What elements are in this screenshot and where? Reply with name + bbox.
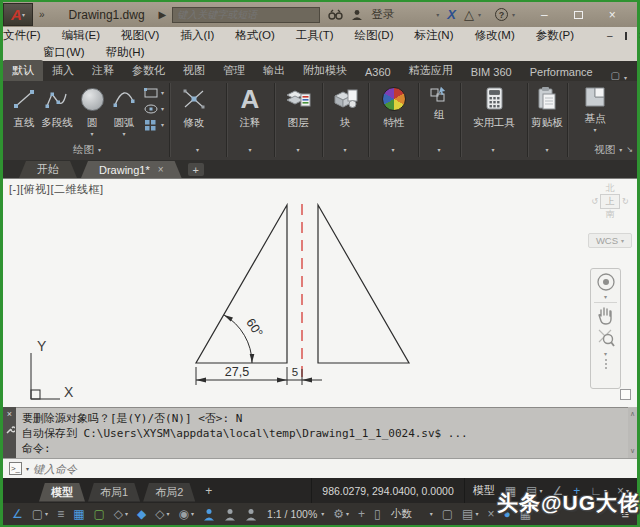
command-prompt-icon[interactable]: >_ [9, 462, 22, 475]
ribbon-tab-output[interactable]: 输出 [254, 60, 294, 81]
ribbon-tab-a360[interactable]: A360 [356, 63, 400, 81]
zoom-icon[interactable] [596, 327, 616, 349]
menu-insert[interactable]: 插入(I) [180, 28, 214, 43]
zoom-caret-icon[interactable]: ▾ [604, 351, 607, 357]
doc-restore-button[interactable] [625, 32, 627, 40]
file-tab-close-icon[interactable]: × [158, 164, 164, 175]
navigation-bar[interactable]: ▾ ▾ [590, 268, 621, 389]
menu-window[interactable]: 窗口(W) [43, 45, 85, 60]
wcs-dropdown[interactable]: WCS ▾ [588, 233, 632, 248]
ribbon-tab-bim360[interactable]: BIM 360 [462, 63, 521, 81]
rotate-cw-icon[interactable]: ↻ [622, 197, 629, 207]
ribbon-tab-featured-apps[interactable]: 精选应用 [400, 60, 462, 81]
ribbon-tab-home[interactable]: 默认 [3, 60, 43, 81]
circle-caret-icon[interactable]: ▾ [77, 131, 107, 137]
tool-clipboard[interactable]: 剪贴板 [529, 84, 565, 130]
file-tab-start[interactable]: 开始 [19, 161, 77, 178]
ellipse-caret-icon[interactable]: ▾ [161, 106, 164, 112]
drawing-canvas[interactable]: 27,5 5 60° Y X [3, 178, 637, 407]
app-store-icon[interactable]: △ [464, 7, 474, 22]
ribbon-tab-parametric[interactable]: 参数化 [123, 60, 174, 81]
grid-snap-toggle[interactable]: ▦ [73, 507, 84, 521]
command-input[interactable] [33, 463, 637, 475]
left-triangle[interactable] [196, 205, 287, 363]
window-maximize-button[interactable] [574, 11, 583, 19]
panel-view-caption[interactable]: 视图 ▾ ↘ [568, 142, 637, 157]
hatch-caret-icon[interactable]: ▾ [161, 122, 164, 128]
app-store-caret-icon[interactable]: ▾ [478, 12, 481, 18]
command-prompt-caret-icon[interactable]: ▾ [26, 466, 29, 472]
ribbon-tab-manage[interactable]: 管理 [214, 60, 254, 81]
menu-format[interactable]: 格式(O) [235, 28, 275, 43]
ribbon-tab-performance[interactable]: Performance [521, 63, 602, 81]
tool-utilities[interactable]: 实用工具 [464, 84, 524, 130]
tool-line[interactable]: 直线 [9, 84, 39, 130]
command-close-icon[interactable]: × [7, 410, 12, 419]
right-triangle[interactable] [318, 205, 409, 363]
navigation-wheel-icon[interactable] [596, 272, 616, 292]
panel-modify-caption[interactable]: ▾ [170, 142, 225, 157]
3d-object-snap-toggle[interactable]: ◇▾ [155, 507, 169, 521]
new-layout-button[interactable]: + [205, 484, 212, 498]
panel-layers-caption[interactable]: ▾ [275, 142, 321, 157]
help-search-box[interactable] [172, 7, 320, 23]
tool-circle[interactable]: 圆 ▾ [77, 84, 107, 137]
tool-hatch[interactable]: ▾ [143, 118, 164, 132]
isometric-drafting-toggle[interactable]: ◇▾ [114, 507, 128, 521]
app-menu-button[interactable]: A ▾ [3, 3, 33, 26]
exchange-apps-icon[interactable]: X [447, 7, 456, 22]
isolate-objects-toggle[interactable]: × [487, 507, 494, 521]
tool-properties[interactable]: 特性 [372, 84, 416, 130]
ribbon-display-toggle-button[interactable]: ▢ [611, 71, 620, 81]
coordinates-readout[interactable]: 986.0279, 294.0400, 0.0000 [311, 478, 464, 503]
pan-hand-icon[interactable] [597, 305, 615, 325]
arc-caret-icon[interactable]: ▾ [109, 131, 139, 137]
annotation-scale-dropdown[interactable]: 1:1 / 100%▾ [267, 508, 324, 520]
linear-dimension-lines[interactable] [196, 367, 322, 385]
window-close-button[interactable]: × [609, 8, 616, 22]
menu-help[interactable]: 帮助(H) [106, 45, 145, 60]
annotation-visibility-toggle[interactable] [203, 508, 215, 521]
doc-minimize-button[interactable]: – [607, 30, 613, 41]
layout-tab-layout2[interactable]: 布局2 [143, 483, 195, 502]
help-caret-icon[interactable]: ▾ [512, 12, 515, 18]
file-tab-drawing1[interactable]: Drawing1* × [81, 161, 182, 178]
quick-properties-toggle[interactable]: ▢ [442, 507, 453, 521]
annotation-autoscale-toggle[interactable] [224, 508, 236, 521]
menu-view[interactable]: 视图(V) [121, 28, 159, 43]
tool-annotate[interactable]: A 注释 [229, 84, 271, 130]
viewcube-north-label[interactable]: 北 [588, 183, 632, 194]
panel-launcher-icon[interactable]: ↘ [626, 145, 633, 154]
rectangle-caret-icon[interactable]: ▾ [161, 90, 164, 96]
scroll-down-icon[interactable]: ∨ [630, 447, 635, 455]
basepoint-caret-icon[interactable]: ▾ [573, 127, 617, 133]
model-space-toggle[interactable]: 模型 [473, 483, 495, 498]
wheel-caret-icon[interactable]: ▾ [604, 294, 607, 300]
tool-arc[interactable]: 圆弧 ▾ [109, 84, 139, 137]
dynamic-ucs-toggle[interactable]: ▢ [93, 507, 104, 521]
menu-modify[interactable]: 修改(M) [474, 28, 514, 43]
quick-access-overflow-button[interactable]: » [33, 9, 51, 20]
viewcube-south-label[interactable]: 南 [588, 209, 632, 220]
menu-edit[interactable]: 编辑(E) [62, 28, 100, 43]
tool-ellipse[interactable]: ▾ [143, 102, 164, 116]
search-binoculars-icon[interactable] [328, 9, 343, 20]
tool-block[interactable]: 块 [325, 84, 365, 130]
transparency-toggle[interactable]: ◉▾ [179, 507, 195, 521]
tool-polyline[interactable]: 多段线 [39, 84, 75, 130]
tool-rectangle[interactable]: ▾ [143, 86, 164, 100]
layout-tab-layout1[interactable]: 布局1 [88, 483, 140, 502]
ribbon-tab-addins[interactable]: 附加模块 [294, 60, 356, 81]
scroll-up-icon[interactable]: ∧ [630, 410, 635, 418]
navbar-more-icon[interactable] [605, 359, 607, 369]
lock-ui-toggle[interactable]: ▤▾ [462, 507, 478, 521]
command-wrench-icon[interactable] [5, 425, 15, 435]
tool-group[interactable]: 组 [422, 84, 456, 122]
panel-clipboard-caption[interactable]: ▾ [528, 142, 566, 157]
viewcube-top-face[interactable]: 上 [600, 194, 620, 209]
annotation-monitor-toggle[interactable]: + [358, 507, 365, 521]
sign-in-caret-icon[interactable]: ▾ [436, 12, 439, 18]
menu-dimension[interactable]: 标注(N) [415, 28, 454, 43]
panel-draw-caption[interactable]: 绘图 ▾ [6, 142, 168, 157]
viewport-corner-handle[interactable] [620, 389, 631, 400]
